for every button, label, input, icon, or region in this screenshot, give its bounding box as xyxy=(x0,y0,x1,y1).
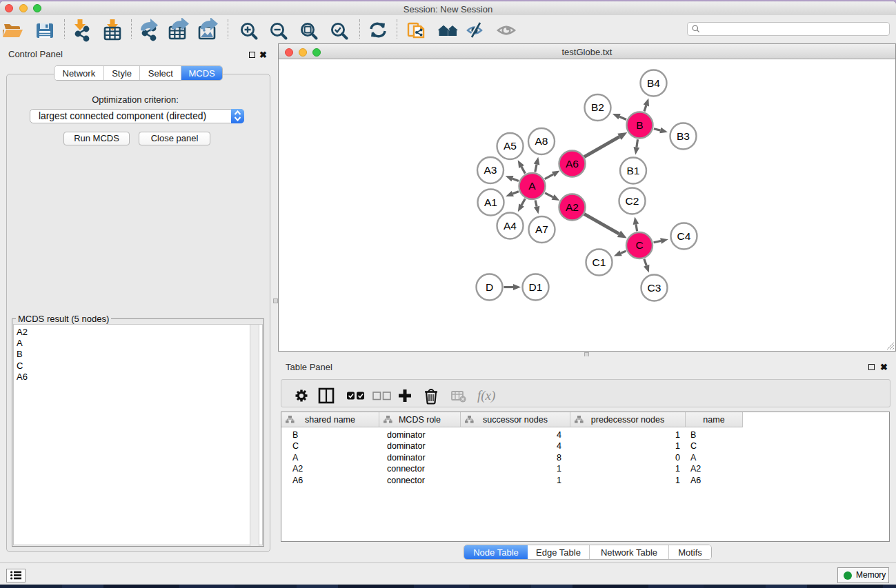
svg-text:C3: C3 xyxy=(648,282,661,294)
svg-text:B1: B1 xyxy=(627,165,640,176)
svg-text:f(x): f(x) xyxy=(477,388,495,403)
svg-text:B4: B4 xyxy=(647,77,660,89)
svg-text:A2: A2 xyxy=(566,201,579,213)
svg-text:D: D xyxy=(486,281,493,293)
svg-text:C2: C2 xyxy=(626,195,639,207)
svg-text:C4: C4 xyxy=(677,230,691,242)
svg-text:B: B xyxy=(636,119,643,131)
svg-text:D1: D1 xyxy=(529,281,543,293)
svg-text:A6: A6 xyxy=(566,158,579,170)
svg-text:B2: B2 xyxy=(591,101,604,113)
svg-text:C1: C1 xyxy=(593,256,606,268)
svg-text:A5: A5 xyxy=(504,140,517,152)
svg-text:A4: A4 xyxy=(504,220,517,232)
svg-text:A: A xyxy=(528,180,536,192)
svg-text:A7: A7 xyxy=(535,223,548,235)
svg-text:A1: A1 xyxy=(484,196,497,208)
svg-text:A3: A3 xyxy=(484,164,497,176)
svg-text:C: C xyxy=(635,239,643,251)
svg-text:A8: A8 xyxy=(535,135,548,147)
svg-text:B3: B3 xyxy=(677,130,690,142)
